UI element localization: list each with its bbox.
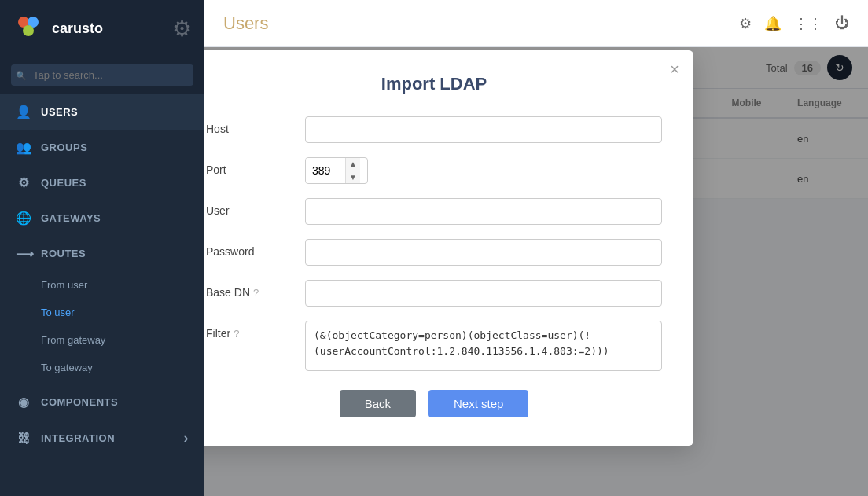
modal-footer: Back Next step xyxy=(206,390,662,417)
components-icon: ◉ xyxy=(16,395,31,410)
sidebar-item-groups-label: GROUPS xyxy=(41,141,87,153)
port-input[interactable] xyxy=(306,158,345,183)
filter-label: Filter ? xyxy=(206,321,292,340)
sidebar-item-gateways[interactable]: 🌐 GATEWAYS xyxy=(0,200,204,236)
search-input[interactable] xyxy=(11,64,193,86)
page-title: Users xyxy=(223,13,739,34)
sidebar-item-components[interactable]: ◉ COMPONENTS xyxy=(0,384,204,420)
routes-icon: ⟶ xyxy=(16,246,31,261)
integration-icon: ⛓ xyxy=(16,432,31,446)
to-gateway-label: To gateway xyxy=(41,362,93,373)
user-input[interactable] xyxy=(305,198,662,225)
from-gateway-label: From gateway xyxy=(41,334,105,346)
sidebar-subitem-from-gateway[interactable]: From gateway xyxy=(0,326,204,354)
sidebar-item-integration-label: INTEGRATION xyxy=(41,432,115,444)
grid-icon[interactable]: ⋮⋮ xyxy=(794,15,822,32)
sidebar-subitem-to-gateway[interactable]: To gateway xyxy=(0,354,204,381)
to-user-label: To user xyxy=(41,307,75,318)
sidebar: carusto ⚙ 👤 USERS 👥 GROUPS ⚙ QUEUES 🌐 GA… xyxy=(0,0,204,496)
logo-text: carusto xyxy=(52,20,103,37)
sidebar-subitem-from-user[interactable]: From user xyxy=(0,271,204,299)
basedn-label: Base DN ? xyxy=(206,280,292,299)
port-arrows: ▲ ▼ xyxy=(345,157,360,184)
modal-overlay: × Import LDAP Host Port ▲ ▼ xyxy=(204,47,868,496)
sidebar-item-routes[interactable]: ⟶ ROUTES xyxy=(0,236,204,271)
main-content: Users ⚙ 🔔 ⋮⋮ ⏻ Total 16 ↻ Name Ext. De xyxy=(204,0,868,496)
sidebar-subitem-to-user[interactable]: To user xyxy=(0,299,204,326)
basedn-help-icon[interactable]: ? xyxy=(253,287,259,299)
filter-row: Filter ? (&(objectCategory=person)(objec… xyxy=(206,321,662,371)
sidebar-item-gateways-label: GATEWAYS xyxy=(41,212,101,224)
sidebar-item-groups[interactable]: 👥 GROUPS xyxy=(0,130,204,165)
topbar-actions: ⚙ 🔔 ⋮⋮ ⏻ xyxy=(739,15,849,32)
content-area: Total 16 ↻ Name Ext. Department Email Mo… xyxy=(204,47,868,496)
power-icon[interactable]: ⏻ xyxy=(835,15,849,31)
user-label: User xyxy=(206,198,292,217)
sidebar-item-users[interactable]: 👤 USERS xyxy=(0,94,204,130)
modal-title: Import LDAP xyxy=(206,74,662,94)
from-user-label: From user xyxy=(41,279,87,291)
filter-help-icon[interactable]: ? xyxy=(234,328,239,340)
groups-icon: 👥 xyxy=(16,140,31,155)
filter-input[interactable]: (&(objectCategory=person)(objectClass=us… xyxy=(305,321,662,371)
sidebar-item-routes-label: ROUTES xyxy=(41,248,86,259)
integration-arrow-icon: › xyxy=(184,430,189,446)
logo-icon xyxy=(13,13,44,44)
topbar: Users ⚙ 🔔 ⋮⋮ ⏻ xyxy=(204,0,868,47)
password-label: Password xyxy=(206,239,292,258)
host-label: Host xyxy=(206,116,292,135)
basedn-input[interactable] xyxy=(305,280,662,307)
sidebar-item-components-label: COMPONENTS xyxy=(41,396,118,408)
port-label: Port xyxy=(206,157,292,176)
import-ldap-modal: × Import LDAP Host Port ▲ ▼ xyxy=(204,50,693,446)
bell-icon[interactable]: 🔔 xyxy=(764,15,782,32)
port-wrap: ▲ ▼ xyxy=(305,157,368,184)
sidebar-search-wrap xyxy=(0,57,204,94)
user-row: User xyxy=(206,198,662,225)
settings-bg-icon: ⚙ xyxy=(172,16,192,42)
sidebar-item-queues-label: QUEUES xyxy=(41,177,86,189)
host-row: Host xyxy=(206,116,662,143)
queues-icon: ⚙ xyxy=(16,175,31,190)
port-down-button[interactable]: ▼ xyxy=(346,171,360,184)
sidebar-header: carusto ⚙ xyxy=(0,0,204,57)
sidebar-item-integration[interactable]: ⛓ INTEGRATION › xyxy=(0,420,204,457)
password-row: Password xyxy=(206,239,662,266)
port-row: Port ▲ ▼ xyxy=(206,157,662,184)
modal-close-button[interactable]: × xyxy=(670,61,679,77)
sidebar-item-queues[interactable]: ⚙ QUEUES xyxy=(0,165,204,200)
sidebar-item-users-label: USERS xyxy=(41,106,78,118)
back-button[interactable]: Back xyxy=(340,390,416,417)
password-input[interactable] xyxy=(305,239,662,266)
gear-icon[interactable]: ⚙ xyxy=(739,15,752,32)
users-icon: 👤 xyxy=(16,105,31,119)
svg-point-2 xyxy=(23,25,34,36)
next-step-button[interactable]: Next step xyxy=(428,390,528,417)
port-up-button[interactable]: ▲ xyxy=(346,157,360,171)
gateways-icon: 🌐 xyxy=(16,211,31,226)
host-input[interactable] xyxy=(305,116,662,143)
basedn-row: Base DN ? xyxy=(206,280,662,307)
